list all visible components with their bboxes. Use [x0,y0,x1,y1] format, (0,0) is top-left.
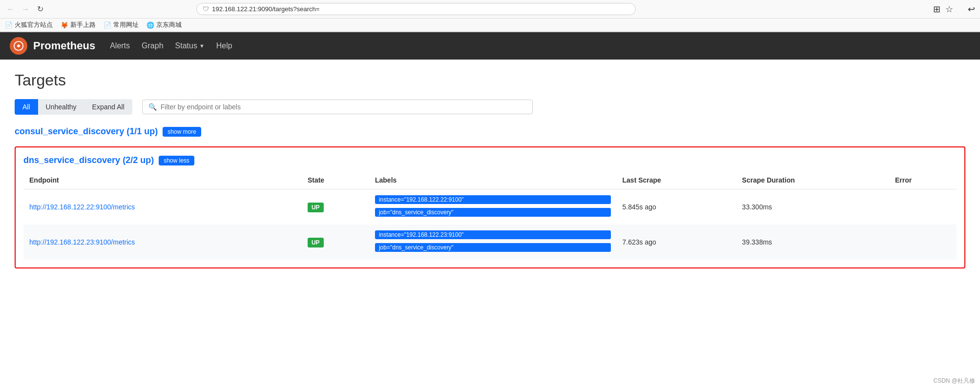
browser-bookmarks: 📄 火狐官方站点 🦊 新手上路 📄 常用网址 🌐 京东商城 [0,19,980,32]
scrape-duration-cell: 33.300ms [736,189,889,225]
state-badge: UP [308,203,324,212]
table-row: http://192.168.122.22:9100/metricsUPinst… [23,189,957,225]
nav-graph[interactable]: Graph [142,41,163,50]
last-scrape-cell: 5.845s ago [617,189,736,225]
prometheus-logo [10,37,27,55]
page-title: Targets [15,71,965,89]
nav-help[interactable]: Help [216,41,232,50]
col-last-scrape: Last Scrape [617,171,736,189]
nav-alerts[interactable]: Alerts [110,41,130,50]
browser-toolbar: ← → ↻ 🛡 192.168.122.21:9090/targets?sear… [0,0,980,19]
history-icon[interactable]: ↩ [968,4,975,15]
consul-toggle-button[interactable]: show more [163,127,201,137]
consul-section-title[interactable]: consul_service_discovery (1/1 up) [15,126,158,137]
filter-expand-all-button[interactable]: Expand All [84,99,132,115]
consul-section: consul_service_discovery (1/1 up) show m… [15,126,965,137]
col-scrape-duration: Scrape Duration [736,171,889,189]
chevron-down-icon: ▼ [199,43,205,49]
nav-status[interactable]: Status ▼ [175,41,205,50]
dns-section-header: dns_service_discovery (2/2 up) show less [23,155,957,165]
col-error: Error [889,171,957,189]
col-endpoint: Endpoint [23,171,302,189]
bookmark-newuser[interactable]: 🦊 新手上路 [61,21,96,29]
bookmark-common[interactable]: 📄 常用网址 [104,21,139,29]
reload-button[interactable]: ↻ [34,3,46,15]
label-badge: job="dns_service_discovery" [375,208,611,217]
filter-buttons: All Unhealthy Expand All [15,99,132,115]
bookmark-icon[interactable]: ☆ [945,4,953,15]
address-bar[interactable]: 🛡 192.168.122.21:9090/targets?search= [196,3,636,15]
filter-unhealthy-button[interactable]: Unhealthy [38,99,84,115]
last-scrape-cell: 7.623s ago [617,225,736,260]
bookmark-firefoxsite[interactable]: 📄 火狐官方站点 [5,21,53,29]
bookmark-page-icon: 📄 [5,21,13,29]
endpoint-link[interactable]: http://192.168.122.23:9100/metrics [29,238,135,246]
dns-section-container: dns_service_discovery (2/2 up) show less… [15,146,965,268]
bookmark-common-icon: 📄 [104,21,111,29]
label-badge: instance="192.168.122.22:9100" [375,195,611,204]
page-content: Targets All Unhealthy Expand All 🔍 consu… [0,60,980,290]
extensions-icon[interactable]: ⊞ [933,4,940,15]
bookmark-newuser-label: 新手上路 [70,21,96,29]
bookmark-firefox-icon: 🦊 [61,21,68,29]
search-container: 🔍 [142,100,533,114]
security-icon: 🛡 [203,5,209,13]
col-labels: Labels [369,171,617,189]
table-header-row: Endpoint State Labels Last Scrape Scrape… [23,171,957,189]
bookmark-globe-icon: 🌐 [146,21,154,29]
consul-section-header: consul_service_discovery (1/1 up) show m… [15,126,965,137]
svg-point-1 [17,44,20,47]
bookmark-jd[interactable]: 🌐 京东商城 [146,21,182,29]
bookmark-jd-label: 京东商城 [156,21,182,29]
table-row: http://192.168.122.23:9100/metricsUPinst… [23,225,957,260]
bookmark-common-label: 常用网址 [113,21,139,29]
prometheus-title: Prometheus [33,40,95,52]
label-badge: instance="192.168.122.23:9100" [375,230,611,239]
col-state: State [302,171,369,189]
filter-all-button[interactable]: All [15,99,38,115]
search-icon: 🔍 [148,103,157,111]
endpoint-link[interactable]: http://192.168.122.22:9100/metrics [29,203,135,211]
scrape-duration-cell: 39.338ms [736,225,889,260]
forward-button[interactable]: → [20,3,31,15]
prometheus-navbar: Prometheus Alerts Graph Status ▼ Help [0,32,980,60]
error-cell [889,225,957,260]
dns-section-title[interactable]: dns_service_discovery (2/2 up) [23,155,154,165]
dns-toggle-button[interactable]: show less [159,156,194,165]
state-badge: UP [308,238,324,247]
filter-bar: All Unhealthy Expand All 🔍 [15,99,965,115]
nav-status-label: Status [175,41,197,50]
nav-buttons: ← → ↻ [5,3,46,15]
label-badge: job="dns_service_discovery" [375,243,611,252]
search-input[interactable] [161,103,526,111]
error-cell [889,189,957,225]
nav-links: Alerts Graph Status ▼ Help [110,41,232,50]
address-text: 192.168.122.21:9090/targets?search= [212,5,319,13]
dns-targets-table: Endpoint State Labels Last Scrape Scrape… [23,171,957,260]
bookmark-firefoxsite-label: 火狐官方站点 [15,21,53,29]
browser-chrome: ← → ↻ 🛡 192.168.122.21:9090/targets?sear… [0,0,980,32]
back-button[interactable]: ← [5,3,17,15]
